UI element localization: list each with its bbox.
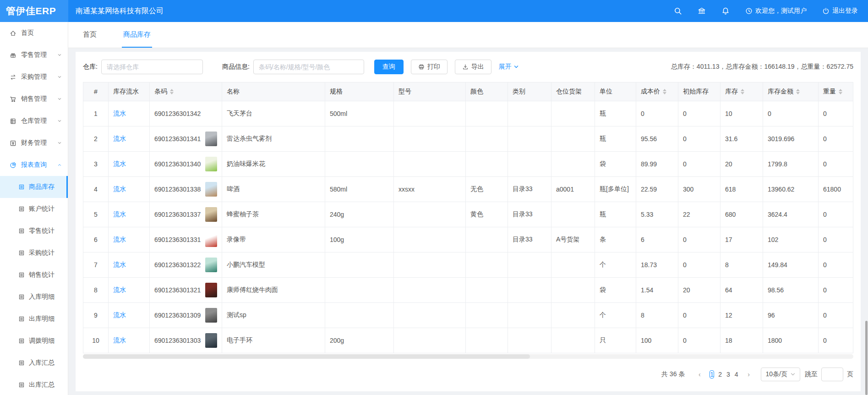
next-page-button[interactable]: › — [742, 368, 755, 381]
flow-link[interactable]: 流水 — [113, 311, 126, 318]
jump-page-input[interactable] — [821, 368, 843, 381]
horizontal-scrollbar[interactable] — [83, 354, 853, 359]
product-info-input[interactable] — [253, 60, 364, 74]
app-logo: 管伊佳ERP — [0, 0, 68, 22]
tab-商品库存[interactable]: 商品库存 — [122, 30, 152, 48]
cell-color — [466, 227, 508, 252]
flow-link[interactable]: 流水 — [113, 135, 126, 142]
vertical-scrollbar-thumb[interactable] — [865, 321, 868, 395]
report-icon — [18, 184, 25, 190]
cell-init_stock: 0 — [678, 227, 721, 252]
sidebar-item-报表查询[interactable]: 报表查询 — [0, 154, 68, 176]
flow-link[interactable]: 流水 — [113, 110, 126, 117]
page-size-value: 10条/页 — [766, 370, 787, 379]
flow-link[interactable]: 流水 — [113, 236, 126, 243]
sidebar-item-销售管理[interactable]: 销售管理 — [0, 88, 68, 110]
sidebar-subitem-账户统计[interactable]: 账户统计 — [0, 198, 68, 220]
column-header-barcode[interactable]: 条码 — [150, 82, 222, 101]
page-button-4[interactable]: 4 — [734, 370, 739, 379]
page-button-1[interactable]: 1 — [710, 370, 714, 379]
page-button-3[interactable]: 3 — [726, 370, 731, 379]
cell-name: 测试sp — [222, 303, 325, 328]
product-info-label: 商品信息: — [222, 63, 250, 71]
cell-spec — [325, 252, 394, 278]
sidebar-subitem-出库明细[interactable]: 出库明细 — [0, 308, 68, 330]
sidebar-subitem-入库明细[interactable]: 入库明细 — [0, 286, 68, 308]
sidebar-item-零售管理[interactable]: 零售管理 — [0, 44, 68, 66]
print-button[interactable]: 打印 — [411, 60, 448, 74]
cell-color — [466, 126, 508, 152]
cell-weight: 0 — [819, 303, 853, 328]
swap-icon — [10, 74, 16, 81]
cell-flow: 流水 — [109, 101, 150, 126]
flow-link[interactable]: 流水 — [113, 160, 126, 167]
sidebar-subitem-入库汇总[interactable]: 入库汇总 — [0, 352, 68, 374]
sidebar-item-仓库管理[interactable]: 仓库管理 — [0, 110, 68, 132]
welcome-user[interactable]: 欢迎您，测试用户 — [745, 7, 807, 15]
cell-color — [466, 278, 508, 303]
flow-link[interactable]: 流水 — [113, 261, 126, 268]
cart-icon — [10, 96, 16, 103]
column-header-amount[interactable]: 库存金额 — [763, 82, 819, 101]
bell-icon[interactable] — [721, 7, 730, 15]
sort-caret-icon[interactable] — [839, 89, 842, 94]
chevron-down-icon — [791, 372, 795, 377]
column-header-stock[interactable]: 库存 — [721, 82, 763, 101]
chevron-down-icon — [514, 65, 519, 69]
cell-weight: 0 — [819, 252, 853, 278]
cell-amount: 102 — [763, 227, 819, 252]
company-name: 南通某某网络科技有限公司 — [76, 6, 164, 16]
page-size-select[interactable]: 10条/页 — [761, 368, 800, 381]
sidebar-subitem-商品库存[interactable]: 商品库存 — [0, 176, 68, 198]
cell-shelf — [551, 328, 595, 353]
flow-link[interactable]: 流水 — [113, 210, 126, 218]
sidebar-subitem-零售统计[interactable]: 零售统计 — [0, 220, 68, 242]
sidebar-subitem-调拨明细[interactable]: 调拨明细 — [0, 330, 68, 352]
bank-icon[interactable] — [698, 7, 706, 15]
logout-button[interactable]: 退出登录 — [822, 7, 858, 15]
prev-page-button[interactable]: ‹ — [693, 368, 706, 381]
cell-model — [394, 227, 466, 252]
tab-首页[interactable]: 首页 — [82, 30, 98, 48]
cell-shelf — [551, 278, 595, 303]
cell-weight: 0 — [819, 227, 853, 252]
cell-flow: 流水 — [109, 152, 150, 177]
flow-link[interactable]: 流水 — [113, 336, 126, 344]
sort-caret-icon[interactable] — [663, 89, 666, 94]
sidebar-item-首页[interactable]: 首页 — [0, 22, 68, 44]
sort-caret-icon[interactable] — [170, 89, 174, 94]
page-button-2[interactable]: 2 — [718, 370, 722, 379]
pagination: 共 36 条 ‹ 1234 › 10条/页 跳至 页 — [83, 368, 853, 381]
sort-caret-icon[interactable] — [796, 89, 800, 94]
search-icon[interactable] — [674, 7, 682, 15]
sidebar-subitem-采购统计[interactable]: 采购统计 — [0, 242, 68, 264]
cell-spec: 240g — [325, 202, 394, 227]
sidebar-item-财务管理[interactable]: 财务管理 — [0, 132, 68, 154]
chevron-down-icon — [57, 97, 62, 101]
sidebar-item-采购管理[interactable]: 采购管理 — [0, 66, 68, 88]
cell-shelf — [551, 252, 595, 278]
cell-spec: 580ml — [325, 177, 394, 202]
sort-caret-icon[interactable] — [741, 89, 744, 94]
cell-init_stock: 22 — [678, 202, 721, 227]
flow-link[interactable]: 流水 — [113, 286, 126, 293]
cell-spec — [325, 278, 394, 303]
column-header-weight[interactable]: 重量 — [819, 82, 853, 101]
download-icon — [462, 64, 469, 70]
power-icon — [822, 7, 830, 15]
export-button[interactable]: 导出 — [455, 60, 491, 74]
column-label: 型号 — [399, 88, 411, 95]
horizontal-scrollbar-thumb[interactable] — [83, 354, 530, 359]
column-header-cost[interactable]: 成本价 — [636, 82, 678, 101]
sidebar-subitem-销售统计[interactable]: 销售统计 — [0, 264, 68, 286]
flow-link[interactable]: 流水 — [113, 185, 126, 192]
search-button[interactable]: 查询 — [374, 60, 404, 74]
expand-link[interactable]: 展开 — [499, 63, 519, 71]
warehouse-select[interactable] — [101, 60, 203, 74]
cell-color — [466, 328, 508, 353]
cell-model — [394, 252, 466, 278]
sidebar-subitem-出库汇总[interactable]: 出库汇总 — [0, 374, 68, 395]
cell-model — [394, 303, 466, 328]
table-row: 10流水6901236301303电子手环200g只10001818000 — [83, 328, 853, 353]
column-label: 初始库存 — [683, 88, 709, 95]
